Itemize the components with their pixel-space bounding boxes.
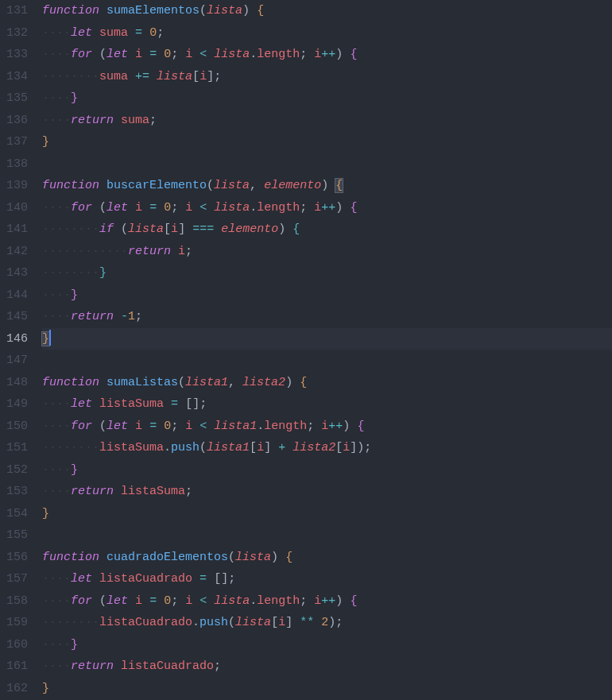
token-punct: [207, 594, 214, 608]
code-line[interactable]: ····for (let i = 0; i < lista1.length; i…: [42, 416, 612, 438]
token-op: -: [121, 310, 128, 323]
code-line[interactable]: ····let listaSuma = [];: [42, 393, 612, 416]
token-punct: ): [321, 179, 328, 192]
token-punct: ;: [171, 48, 185, 61]
token-punct: (: [178, 376, 185, 389]
token-punct: [128, 594, 135, 608]
token-op: ===: [192, 222, 214, 236]
token-punct: ): [285, 376, 292, 389]
token-kw: return: [71, 659, 114, 673]
token-punct: [: [192, 70, 199, 83]
token-param: lista2: [242, 376, 285, 389]
code-line[interactable]: ····for (let i = 0; i < lista.length; i+…: [42, 590, 612, 613]
code-area[interactable]: function sumaElementos(lista) {····let s…: [42, 0, 612, 700]
token-brace: }: [42, 507, 49, 520]
code-line[interactable]: function sumaElementos(lista) {: [42, 0, 612, 22]
code-line[interactable]: [42, 153, 612, 176]
code-line[interactable]: [42, 350, 612, 372]
token-op: =: [199, 572, 207, 586]
code-line[interactable]: ····let listaCuadrado = [];: [42, 568, 612, 590]
token-brace: }: [42, 682, 49, 695]
line-number: 151: [6, 437, 28, 459]
code-line[interactable]: ········listaSuma.push(lista1[i] + lista…: [42, 437, 612, 459]
token-var: i: [171, 222, 178, 236]
token-fn: sumaElementos: [107, 4, 199, 17]
code-line[interactable]: ····let suma = 0;: [42, 22, 612, 44]
token-punct: [142, 201, 149, 215]
token-var: i: [135, 420, 142, 433]
token-op: ++: [321, 48, 335, 61]
token-punct: [328, 179, 335, 192]
token-punct: ]: [350, 441, 357, 454]
line-number: 133: [6, 44, 28, 66]
token-punct: [92, 48, 99, 61]
token-ws: ····: [42, 572, 71, 586]
token-brace2: {: [357, 420, 364, 433]
token-punct: [192, 201, 199, 215]
code-line[interactable]: }: [42, 328, 612, 350]
token-punct: [214, 222, 221, 236]
code-line[interactable]: }: [42, 678, 612, 700]
token-var: i: [314, 594, 321, 608]
code-line[interactable]: }: [42, 131, 612, 153]
token-op: ++: [328, 420, 343, 433]
code-line[interactable]: [42, 524, 612, 547]
code-editor[interactable]: 1311321331341351361371381391401411421431…: [0, 0, 612, 700]
token-kw: if: [99, 222, 114, 236]
token-kw: for: [71, 201, 92, 215]
token-var: i: [185, 420, 192, 433]
line-number: 136: [6, 110, 28, 132]
code-line[interactable]: ····for (let i = 0; i < lista.length; i+…: [42, 44, 612, 66]
line-number: 149: [6, 393, 28, 416]
token-param: lista2: [292, 441, 335, 454]
token-op: =: [149, 594, 157, 608]
token-param: lista: [214, 594, 250, 608]
token-punct: [292, 616, 300, 629]
token-punct: .: [257, 420, 264, 433]
token-punct: [114, 310, 121, 323]
code-line[interactable]: function sumaListas(lista1, lista2) {: [42, 372, 612, 394]
token-op: +=: [135, 70, 149, 83]
code-line[interactable]: ····}: [42, 87, 612, 110]
token-ws: ········: [42, 222, 99, 236]
line-number: 157: [6, 568, 28, 590]
token-brace: {: [257, 4, 264, 17]
token-param: lista: [214, 48, 250, 61]
code-line[interactable]: ····for (let i = 0; i < lista.length; i+…: [42, 197, 612, 219]
token-param: lista: [157, 70, 192, 83]
code-line[interactable]: function buscarElemento(lista, elemento)…: [42, 175, 612, 197]
token-punct: [: [214, 572, 221, 586]
code-line[interactable]: ····return listaCuadrado;: [42, 656, 612, 678]
token-var: i: [185, 201, 192, 215]
code-line[interactable]: ········listaCuadrado.push(lista[i] ** 2…: [42, 612, 612, 634]
line-number: 154: [6, 503, 28, 525]
code-line[interactable]: }: [42, 503, 612, 525]
code-line[interactable]: ············return i;: [42, 241, 612, 263]
token-num: 0: [164, 594, 171, 608]
token-punct: [149, 70, 157, 83]
token-punct: ;: [228, 572, 235, 586]
code-line[interactable]: ········suma += lista[i];: [42, 66, 612, 88]
token-param: lista: [235, 616, 271, 629]
code-line[interactable]: ····}: [42, 284, 612, 307]
code-line[interactable]: ····}: [42, 634, 612, 656]
token-punct: ,: [250, 179, 264, 192]
code-line[interactable]: ····return suma;: [42, 110, 612, 132]
token-punct: ;: [300, 201, 314, 215]
code-line[interactable]: ····return -1;: [42, 306, 612, 328]
token-kw: let: [71, 397, 92, 411]
code-line[interactable]: ········if (lista[i] === elemento) {: [42, 219, 612, 241]
code-line[interactable]: function cuadradoElementos(lista) {: [42, 547, 612, 569]
token-kw: function: [42, 4, 99, 17]
line-number: 132: [6, 22, 28, 44]
token-punct: ;: [185, 245, 192, 258]
token-brace3: }: [99, 266, 107, 280]
token-op: =: [149, 420, 157, 433]
token-punct: [114, 485, 121, 498]
code-line[interactable]: ····return listaSuma;: [42, 481, 612, 503]
token-punct: [: [271, 616, 278, 629]
code-line[interactable]: ········}: [42, 262, 612, 284]
token-kw: function: [42, 376, 99, 389]
token-punct: [128, 420, 135, 433]
code-line[interactable]: ····}: [42, 459, 612, 481]
